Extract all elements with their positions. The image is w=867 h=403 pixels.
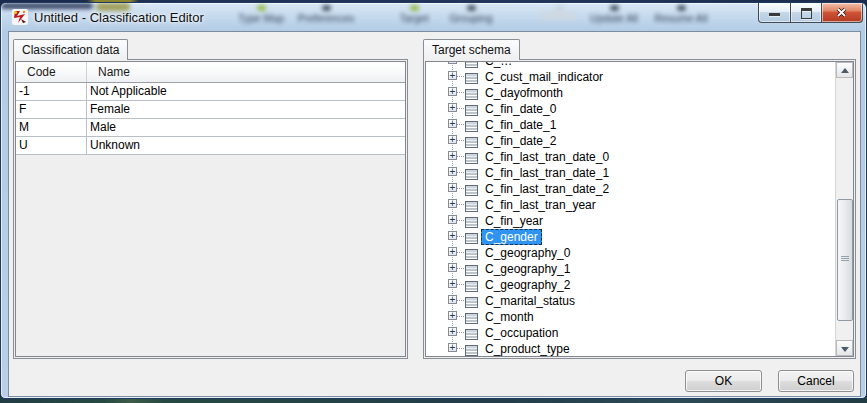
cell-name[interactable]: Unknown [87,137,405,154]
toolbar-item-label [542,12,576,20]
expand-icon[interactable]: + [448,327,457,336]
expand-icon[interactable]: + [448,231,457,240]
tree-item-label[interactable]: C_fin_last_tran_date_0 [481,149,613,165]
expand-icon[interactable]: + [448,62,457,64]
tree-item-label[interactable]: C_month [481,309,538,325]
expand-icon[interactable]: + [448,215,457,224]
tree-item-label[interactable]: C_fin_date_2 [481,133,560,149]
caption-button-group [758,3,863,23]
tree-item-label[interactable]: C_gender [481,229,542,245]
tree-item-label[interactable]: C_fin_date_1 [481,117,560,133]
tree-item[interactable]: +C_occupation [426,324,835,340]
table-header-row: Code Name [16,62,405,83]
tree-item[interactable]: +C_dayofmonth [426,84,835,100]
scrollbar-grip [841,256,849,257]
minimize-button[interactable] [758,3,791,23]
tree-item[interactable]: +C_geography_1 [426,260,835,276]
tree-item-label[interactable]: C_fin_year [481,213,547,229]
cell-name[interactable]: Female [87,101,405,118]
expand-icon[interactable]: + [448,343,457,352]
tree-item[interactable]: +C_geography_2 [426,276,835,292]
tree-item-inner: +C_month [426,308,835,324]
table-row[interactable]: MMale [16,119,405,137]
scroll-down-icon [841,347,849,352]
table-icon [465,182,478,193]
tree-item-label[interactable]: C_product_type [481,341,574,356]
tree-item[interactable]: +C_fin_last_tran_year [426,196,835,212]
close-button[interactable] [821,3,863,23]
tree-item[interactable]: +C_product_type [426,340,835,356]
table-icon [465,198,478,209]
expand-icon[interactable]: + [448,87,457,96]
tree-item-label[interactable]: C_fin_last_tran_date_1 [481,165,613,181]
tree-item-label[interactable]: C_fin_date_0 [481,101,560,117]
expand-icon[interactable]: + [448,247,457,256]
tree-item[interactable]: +C_fin_last_tran_date_0 [426,148,835,164]
classification-table: Code Name -1Not ApplicableFFemaleMMaleUU… [15,61,406,357]
tree-item-inner: +C_fin_date_1 [426,116,835,132]
expand-icon[interactable]: + [448,311,457,320]
scrollbar-down-button[interactable] [836,340,853,356]
tree-item[interactable]: +C_fin_year [426,212,835,228]
expand-icon[interactable]: + [448,119,457,128]
expand-icon[interactable]: + [448,295,457,304]
tree-item-inner: +C_fin_last_tran_date_2 [426,180,835,196]
column-header-code[interactable]: Code [16,62,87,82]
scrollbar-thumb[interactable] [837,199,853,321]
tree-item-label[interactable]: C_marital_status [481,293,579,309]
classification-editor-dialog: Type MapPreferencesTargetGroupingUpdate … [0,2,867,399]
expand-icon[interactable]: + [448,151,457,160]
cell-code[interactable]: F [16,101,87,118]
tree-item-label[interactable]: C_occupation [481,325,562,341]
cell-code[interactable]: -1 [16,83,87,100]
tree-item[interactable]: +C_geography_0 [426,244,835,260]
expand-icon[interactable]: + [448,71,457,80]
cell-name[interactable]: Not Applicable [87,83,405,100]
tree-item[interactable]: +C_fin_last_tran_date_2 [426,180,835,196]
cell-code[interactable]: U [16,137,87,154]
tree-item[interactable]: +C_fin_date_1 [426,116,835,132]
tree-item-label[interactable]: C_geography_2 [481,277,574,293]
tree-item[interactable]: +C_cust_mail_indicator [426,68,835,84]
toolbar-item-icon [555,5,564,11]
tree-item[interactable]: +C_fin_date_2 [426,132,835,148]
tree-item[interactable]: +C_fin_last_tran_date_1 [426,164,835,180]
table-row[interactable]: -1Not Applicable [16,83,405,101]
tree-item-inner: +C_fin_last_tran_date_0 [426,148,835,164]
tab-target-schema[interactable]: Target schema [423,39,520,60]
table-row[interactable]: UUnknown [16,137,405,155]
expand-icon[interactable]: + [448,263,457,272]
expand-icon[interactable]: + [448,279,457,288]
maximize-button[interactable] [791,3,821,23]
expand-icon[interactable]: + [448,183,457,192]
tab-classification-data[interactable]: Classification data [13,39,128,60]
classification-data-panel: Code Name -1Not ApplicableFFemaleMMaleUU… [13,59,408,359]
tree-item-inner: +C_dayofmonth [426,84,835,100]
expand-icon[interactable]: + [448,199,457,208]
tree-item-label[interactable]: C_cust_mail_indicator [481,69,607,85]
table-icon [465,118,478,129]
expand-icon[interactable]: + [448,103,457,112]
tree-item-label[interactable]: C_fin_last_tran_date_2 [481,181,613,197]
tree-item[interactable]: +C_gender [426,228,835,244]
column-header-name[interactable]: Name [87,62,405,82]
cell-code[interactable]: M [16,119,87,136]
tree-item[interactable]: +C_fin_date_0 [426,100,835,116]
cell-name[interactable]: Male [87,119,405,136]
tree-item[interactable]: +C_month [426,308,835,324]
tree-item-inner: +C_occupation [426,324,835,340]
cancel-button[interactable]: Cancel [778,370,854,392]
expand-icon[interactable]: + [448,135,457,144]
tree-scrollbar[interactable] [835,62,853,356]
tree-viewport: +C_…+C_cust_mail_indicator+C_dayofmonth+… [426,62,835,356]
tree-item-label[interactable]: C_geography_0 [481,245,574,261]
tree-item-label[interactable]: C_geography_1 [481,261,574,277]
tree-item-label[interactable]: C_fin_last_tran_year [481,197,600,213]
tree-item-label[interactable]: C_dayofmonth [481,85,567,101]
tree-item[interactable]: +C_marital_status [426,292,835,308]
expand-icon[interactable]: + [448,167,457,176]
table-row[interactable]: FFemale [16,101,405,119]
ok-button[interactable]: OK [685,370,762,392]
scrollbar-up-button[interactable] [836,62,853,78]
title-bar[interactable]: Type MapPreferencesTargetGroupingUpdate … [1,3,866,30]
